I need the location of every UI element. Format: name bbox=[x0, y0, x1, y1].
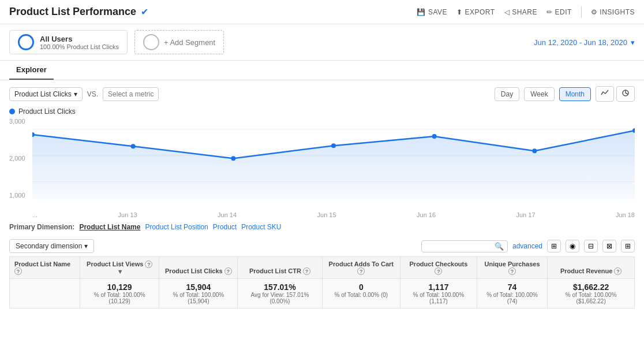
totals-revenue-cell: $1,662.22 % of Total: 100.00% ($1,662.22… bbox=[548, 279, 635, 308]
pie-view-button[interactable]: ◉ bbox=[566, 240, 579, 252]
edit-button[interactable]: ✏ EDIT bbox=[546, 8, 572, 16]
chart-point-3 bbox=[331, 143, 336, 148]
chart-area: Product List Clicks 3,000 2,000 1,000 bbox=[0, 107, 644, 218]
col-header-ctr: Product List CTR ? bbox=[238, 257, 322, 279]
dim-link-name[interactable]: Product List Name bbox=[79, 223, 140, 231]
line-chart-button[interactable] bbox=[596, 86, 614, 102]
chart-point-4 bbox=[432, 134, 437, 139]
adds-main: 0 bbox=[327, 282, 396, 292]
grid-view-button[interactable]: ⊞ bbox=[547, 240, 561, 252]
table-totals-row: 10,129 % of Total: 100.00% (10,129) 15,9… bbox=[10, 279, 635, 308]
edit-icon: ✏ bbox=[546, 8, 553, 16]
totals-adds-cell: 0 % of Total: 0.00% (0) bbox=[322, 279, 400, 308]
secondary-dimension-button[interactable]: Secondary dimension ▾ bbox=[9, 239, 94, 253]
totals-checkouts-cell: 1,117 % of Total: 100.00% (1,117) bbox=[400, 279, 477, 308]
y-label-1000: 1,000 bbox=[9, 192, 32, 199]
totals-views-cell: 10,129 % of Total: 100.00% (10,129) bbox=[80, 279, 159, 308]
segment-name: All Users bbox=[40, 35, 119, 43]
tab-explorer[interactable]: Explorer bbox=[9, 61, 54, 80]
help-icon-checkouts[interactable]: ? bbox=[435, 267, 442, 275]
chevron-down-icon: ▾ bbox=[74, 90, 77, 98]
help-icon-name[interactable]: ? bbox=[14, 267, 22, 275]
dim-link-product[interactable]: Product bbox=[213, 223, 237, 231]
dim-link-sku[interactable]: Product SKU bbox=[241, 223, 281, 231]
totals-clicks-cell: 15,904 % of Total: 100.00% (15,904) bbox=[159, 279, 238, 308]
help-icon-views[interactable]: ? bbox=[145, 261, 152, 268]
help-icon-purchases[interactable]: ? bbox=[508, 267, 516, 275]
insights-button[interactable]: ⚙ INSIGHTS bbox=[591, 8, 635, 16]
search-input[interactable] bbox=[425, 242, 495, 250]
revenue-main: $1,662.22 bbox=[552, 282, 630, 292]
chart-point-2 bbox=[231, 156, 235, 161]
ctr-sub: Avg for View: 157.01% (0.00%) bbox=[242, 292, 317, 304]
purchases-sub: % of Total: 100.00% (74) bbox=[482, 292, 543, 304]
segments-left: All Users 100.00% Product List Clicks + … bbox=[9, 30, 224, 54]
col-header-purchases: Unique Purchases ? bbox=[477, 257, 548, 279]
advanced-link[interactable]: advanced bbox=[512, 242, 542, 250]
compare-button[interactable]: ⊟ bbox=[584, 240, 598, 252]
header-divider bbox=[581, 6, 582, 18]
revenue-sub: % of Total: 100.00% ($1,662.22) bbox=[552, 292, 630, 304]
header: Product List Performance ✔ 💾 SAVE ⬆ EXPO… bbox=[0, 0, 644, 24]
col-header-views: Product List Views ? ▼ bbox=[80, 257, 159, 279]
svg-line-2 bbox=[626, 93, 628, 94]
pie-chart-icon bbox=[621, 89, 630, 97]
col-header-adds: Product Adds To Cart ? bbox=[322, 257, 400, 279]
share-icon: ◁ bbox=[504, 8, 510, 16]
col-header-revenue: Product Revenue ? bbox=[548, 257, 635, 279]
table-right-controls: 🔍 advanced ⊞ ◉ ⊟ ⊠ ⊞ bbox=[421, 240, 635, 252]
metric-label: Product List Clicks bbox=[14, 90, 72, 98]
help-icon-adds[interactable]: ? bbox=[357, 267, 365, 275]
checkouts-main: 1,117 bbox=[405, 282, 472, 292]
segment-sub: 100.00% Product List Clicks bbox=[40, 43, 119, 50]
svg-marker-6 bbox=[32, 131, 635, 199]
day-button[interactable]: Day bbox=[495, 87, 519, 101]
views-sub: % of Total: 100.00% (10,129) bbox=[85, 292, 154, 304]
table-controls: Secondary dimension ▾ 🔍 advanced ⊞ ◉ ⊟ ⊠… bbox=[0, 236, 644, 256]
insights-icon: ⚙ bbox=[591, 8, 598, 16]
export-button[interactable]: ⬆ EXPORT bbox=[456, 8, 495, 16]
metric-selectors: Product List Clicks ▾ VS. Select a metri… bbox=[9, 87, 159, 101]
totals-ctr-cell: 157.01% Avg for View: 157.01% (0.00%) bbox=[238, 279, 322, 308]
chevron-down-icon: ▾ bbox=[84, 242, 88, 250]
x-label-jun14: Jun 14 bbox=[218, 211, 237, 218]
tabs-row: Explorer bbox=[0, 61, 644, 80]
page-title: Product List Performance bbox=[9, 6, 136, 18]
add-segment-button[interactable]: + Add Segment bbox=[134, 30, 224, 54]
week-button[interactable]: Week bbox=[524, 87, 554, 101]
chart-type-buttons bbox=[596, 86, 635, 102]
chart-legend: Product List Clicks bbox=[9, 107, 635, 116]
help-icon-ctr[interactable]: ? bbox=[303, 267, 310, 275]
share-button[interactable]: ◁ SHARE bbox=[504, 8, 537, 16]
col-header-name: Product List Name ? bbox=[10, 257, 80, 279]
columns-button[interactable]: ⊞ bbox=[621, 240, 635, 252]
legend-dot bbox=[9, 109, 15, 114]
sort-down-icon: ▼ bbox=[117, 268, 123, 275]
save-button[interactable]: 💾 SAVE bbox=[417, 8, 447, 16]
views-main: 10,129 bbox=[85, 282, 154, 292]
all-users-segment[interactable]: All Users 100.00% Product List Clicks bbox=[9, 30, 128, 54]
add-segment-circle bbox=[143, 34, 159, 50]
add-segment-label: + Add Segment bbox=[164, 38, 215, 47]
verified-icon: ✔ bbox=[141, 6, 148, 17]
primary-dim-label: Primary Dimension: bbox=[9, 223, 74, 231]
clicks-main: 15,904 bbox=[164, 282, 233, 292]
dim-link-position[interactable]: Product List Position bbox=[145, 223, 208, 231]
help-icon-clicks[interactable]: ? bbox=[224, 267, 232, 275]
time-controls: Day Week Month bbox=[495, 86, 635, 102]
help-icon-revenue[interactable]: ? bbox=[614, 267, 621, 275]
line-chart-icon bbox=[601, 89, 609, 97]
header-actions: 💾 SAVE ⬆ EXPORT ◁ SHARE ✏ EDIT ⚙ INSIGHT… bbox=[417, 6, 635, 18]
filter-button[interactable]: ⊠ bbox=[602, 240, 616, 252]
ctr-main: 157.01% bbox=[242, 282, 317, 292]
chart-container: 3,000 2,000 1,000 bbox=[9, 118, 635, 210]
month-button[interactable]: Month bbox=[559, 87, 591, 101]
select-metric-dropdown[interactable]: Select a metric bbox=[103, 87, 159, 101]
date-range-picker[interactable]: Jun 12, 2020 - Jun 18, 2020 ▾ bbox=[534, 38, 635, 47]
search-box: 🔍 bbox=[421, 240, 508, 252]
secondary-dim-label: Secondary dimension bbox=[16, 242, 82, 250]
line-chart-svg bbox=[32, 118, 635, 199]
metric-dropdown[interactable]: Product List Clicks ▾ bbox=[9, 87, 83, 101]
x-label-jun17: Jun 17 bbox=[516, 211, 535, 218]
pie-chart-button[interactable] bbox=[616, 86, 635, 102]
